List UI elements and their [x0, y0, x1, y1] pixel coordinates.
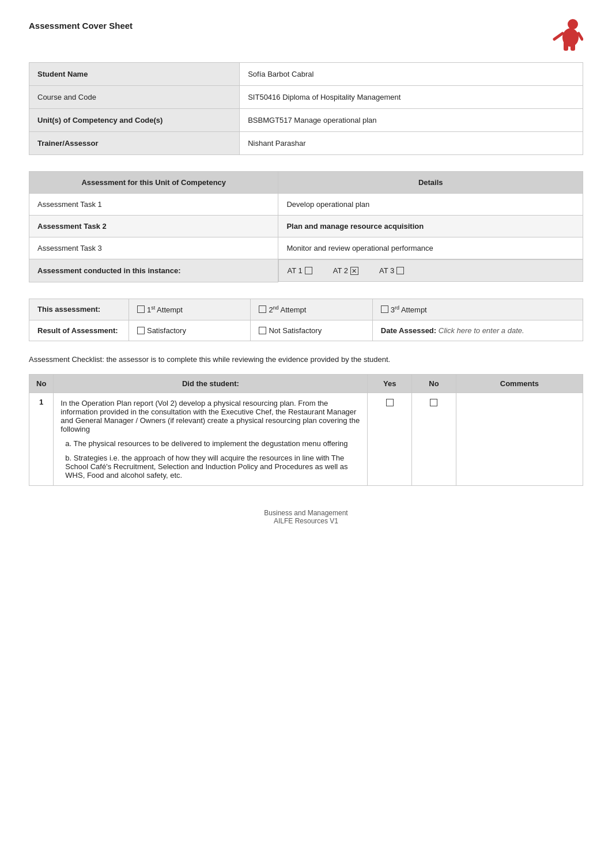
info-value-1: SIT50416 Diploma of Hospitality Manageme… — [240, 86, 583, 109]
unit-detail-0: Develop operational plan — [278, 194, 583, 216]
footer-line2: AILFE Resources V1 — [29, 517, 583, 525]
info-label-1: Course and Code — [29, 86, 240, 109]
unit-label-0: Assessment Task 1 — [29, 194, 278, 216]
satisfactory-cell: Satisfactory — [129, 320, 250, 341]
footer-line1: Business and Management — [29, 509, 583, 517]
checklist-sub-item-0: a. The physical resources to be delivere… — [61, 439, 360, 448]
attempt3-checkbox[interactable] — [381, 305, 388, 313]
checklist-header-bold: Assessment Checklist: — [29, 355, 104, 364]
svg-rect-3 — [571, 41, 575, 51]
attempt1-checkbox[interactable] — [137, 305, 145, 313]
at2-checkbox[interactable]: ✕ — [350, 267, 358, 275]
svg-rect-2 — [564, 41, 568, 51]
checklist-yes-0 — [368, 393, 412, 485]
sub-item-text-1: Strategies i.e. the approach of how they… — [65, 454, 347, 480]
satisfactory-label: Satisfactory — [147, 326, 186, 335]
info-value-2: BSBMGT517 Manage operational plan — [240, 109, 583, 132]
checklist-header: Assessment Checklist: the assessor is to… — [29, 350, 583, 368]
at1-checkbox[interactable] — [305, 267, 312, 274]
info-label-0: Student Name — [29, 63, 240, 86]
student-info-table: Student NameSofía Barbot CabralCourse an… — [29, 62, 583, 155]
at2-label: AT 2 — [333, 266, 348, 275]
info-value-0: Sofía Barbot Cabral — [240, 63, 583, 86]
not-satisfactory-label: Not Satisfactory — [269, 326, 322, 335]
this-assessment-label: This assessment: — [29, 299, 129, 320]
attempt1-label: 1st Attempt — [147, 305, 183, 314]
unit-label-1: Assessment Task 2 — [29, 216, 278, 237]
unit-col2-header: Details — [278, 172, 583, 194]
svg-line-5 — [579, 33, 582, 39]
attempt2-cell: 2nd Attempt — [251, 299, 372, 320]
sub-item-letter-0: a. — [65, 439, 73, 448]
attempt2-label: 2nd Attempt — [269, 305, 306, 314]
unit-col1-header: Assessment for this Unit of Competency — [29, 172, 278, 194]
attempt3-cell: 3rd Attempt — [372, 299, 583, 320]
page-header: Assessment Cover Sheet — [29, 17, 583, 52]
attempt-table: This assessment: 1st Attempt 2nd Attempt… — [29, 299, 583, 341]
info-value-3: Nishant Parashar — [240, 132, 583, 155]
unit-label-2: Assessment Task 3 — [29, 237, 278, 259]
checklist-row-content-0: In the Operation Plan report (Vol 2) dev… — [54, 393, 368, 485]
at3-label: AT 3 — [379, 266, 394, 275]
logo-icon — [549, 17, 583, 52]
no-checkbox[interactable] — [430, 399, 437, 406]
svg-point-0 — [568, 19, 578, 29]
date-assessed-value[interactable]: Click here to enter a date. — [439, 326, 524, 335]
checklist-col-comments-header: Comments — [456, 374, 583, 393]
checklist-main-text: In the Operation Plan report (Vol 2) dev… — [61, 399, 360, 433]
sub-item-letter-1: b. — [65, 454, 73, 462]
not-satisfactory-cell: Not Satisfactory — [251, 320, 372, 341]
checklist-col-no2-header: No — [412, 374, 456, 393]
checklist-row: 1In the Operation Plan report (Vol 2) de… — [29, 393, 583, 485]
at3-checkbox[interactable] — [396, 267, 404, 274]
unit-detail-2: Monitor and review operational performan… — [278, 237, 583, 259]
attempt1-cell: 1st Attempt — [129, 299, 250, 320]
checklist-col-did-header: Did the student: — [54, 374, 368, 393]
info-label-3: Trainer/Assessor — [29, 132, 240, 155]
not-satisfactory-checkbox[interactable] — [259, 327, 266, 334]
conducted-label: Assessment conducted in this instance: — [29, 259, 278, 282]
date-assessed-cell: Date Assessed: Click here to enter a dat… — [372, 320, 583, 341]
attempt3-label: 3rd Attempt — [391, 305, 427, 314]
checklist-sub-item-1: b. Strategies i.e. the approach of how t… — [61, 454, 360, 480]
checklist-col-yes-header: Yes — [368, 374, 412, 393]
yes-checkbox[interactable] — [386, 399, 394, 406]
result-label: Result of Assessment: — [29, 320, 129, 341]
page-title: Assessment Cover Sheet — [29, 17, 133, 31]
info-label-2: Unit(s) of Competency and Code(s) — [29, 109, 240, 132]
unit-competency-table: Assessment for this Unit of Competency D… — [29, 171, 583, 282]
checklist-header-normal: the assessor is to complete this while r… — [104, 355, 390, 364]
checklist-comments-0[interactable] — [456, 393, 583, 485]
unit-detail-1: Plan and manage resource acquisition — [278, 216, 583, 237]
attempt2-checkbox[interactable] — [259, 305, 266, 313]
at1-label: AT 1 — [287, 266, 302, 275]
checklist-no-0 — [412, 393, 456, 485]
at-checkboxes: AT 1 AT 2 ✕AT 3 — [278, 259, 583, 282]
sub-item-text-0: The physical resources to be delivered t… — [74, 439, 348, 448]
checklist-row-number-0: 1 — [29, 393, 54, 485]
date-assessed-label: Date Assessed: — [381, 326, 436, 335]
page-footer: Business and Management AILFE Resources … — [29, 503, 583, 525]
checklist-col-no-header: No — [29, 374, 54, 393]
checklist-table: No Did the student: Yes No Comments 1In … — [29, 374, 583, 486]
satisfactory-checkbox[interactable] — [137, 327, 145, 334]
svg-line-4 — [554, 33, 562, 39]
